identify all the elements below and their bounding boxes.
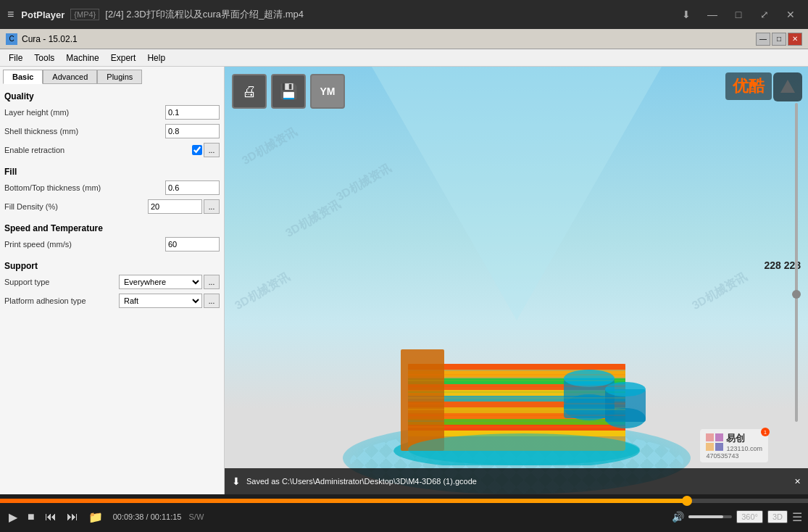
print-button[interactable]: 🖨 — [232, 74, 267, 109]
mode-3d-btn[interactable]: 3D — [767, 510, 788, 523]
fill-density-dots-btn[interactable]: ... — [204, 199, 220, 214]
restore-button[interactable]: ⤢ — [754, 6, 775, 23]
minimize-button[interactable]: — — [702, 6, 722, 23]
cura-titlebar: C Cura - 15.02.1 — □ ✕ — [0, 29, 808, 49]
logo-sq4 — [715, 443, 723, 451]
right-controls: 🔊 360° 3D ☰ — [672, 510, 802, 524]
open-button[interactable]: 📁 — [86, 509, 106, 525]
easy-create-logo: 易创 123110.com — [706, 432, 762, 452]
menu-expert[interactable]: Expert — [105, 51, 142, 65]
volume-bar[interactable] — [688, 515, 732, 518]
window-controls: ⬇ — □ ⤢ ✕ — [676, 6, 801, 23]
cura-close-btn[interactable]: ✕ — [788, 33, 802, 46]
menu-icon[interactable]: ≡ — [7, 8, 14, 21]
youku-icon — [773, 72, 802, 101]
save-button[interactable]: 💾 — [271, 74, 306, 109]
fill-header: Fill — [3, 162, 221, 178]
bottom-top-input[interactable] — [165, 180, 220, 195]
print-speed-input[interactable] — [165, 237, 220, 252]
cura-window-controls: — □ ✕ — [756, 33, 802, 46]
download-button[interactable]: ⬇ — [676, 6, 696, 23]
vertical-slider[interactable] — [791, 103, 802, 422]
menu-machine[interactable]: Machine — [60, 51, 104, 65]
3d-viewport[interactable]: 3D机械资讯 3D机械资讯 3D机械资讯 3D机械资讯 3D机械资讯 — [225, 67, 808, 494]
logo-number: 470535743 — [706, 452, 762, 460]
status-close-btn[interactable]: ✕ — [794, 477, 801, 486]
bottom-top-label: Bottom/Top thickness (mm) — [4, 183, 165, 192]
bottom-top-row: Bottom/Top thickness (mm) — [3, 178, 221, 197]
player-bar: ▶ ■ ⏮ ⏭ 📁 00:09:38 / 00:11:15 S/W 🔊 360°… — [0, 494, 808, 532]
ym-button[interactable]: YM — [310, 74, 345, 109]
logo-sq2 — [715, 433, 723, 441]
support-header: Support — [3, 257, 221, 273]
progress-fill — [0, 499, 687, 503]
shell-thickness-input[interactable] — [165, 124, 220, 138]
viewport-status-bar: ⬇ Saved as C:\Users\Administrator\Deskto… — [225, 468, 808, 494]
enable-retraction-checkbox[interactable] — [192, 145, 202, 155]
layer-height-input[interactable] — [165, 105, 220, 120]
layer-height-label: Layer height (mm) — [4, 108, 165, 117]
play-button[interactable]: ▶ — [6, 509, 20, 525]
cura-window: C Cura - 15.02.1 — □ ✕ File Tools Machin… — [0, 29, 808, 494]
status-text: Saved as C:\Users\Administrator\Desktop\… — [246, 477, 788, 486]
left-panel: Basic Advanced Plugins Quality Layer hei… — [0, 67, 225, 494]
support-type-dots-btn[interactable]: ... — [204, 275, 220, 289]
printed-object — [379, 306, 654, 465]
close-button[interactable]: ✕ — [780, 6, 801, 23]
print-speed-row: Print speed (mm/s) — [3, 235, 221, 254]
svg-marker-32 — [780, 80, 795, 93]
support-type-label: Support type — [4, 278, 119, 286]
app-name: PotPlayer — [21, 9, 64, 20]
support-type-select[interactable]: Everywhere Touching buildplate None — [119, 275, 202, 289]
logo-sq3 — [706, 443, 714, 451]
object-svg — [379, 306, 654, 465]
viewport-toolbar: 🖨 💾 YM — [232, 74, 345, 109]
mode-360-btn[interactable]: 360° — [736, 510, 763, 523]
status-icon: ⬇ — [232, 475, 241, 487]
watermark-5: 3D机械资讯 — [689, 270, 750, 313]
retraction-dots-btn[interactable]: ... — [204, 143, 220, 157]
platform-adhesion-select[interactable]: Raft Brim None — [119, 294, 202, 308]
logo-url: 123110.com — [726, 445, 762, 452]
format-tag: {MP4} — [70, 9, 99, 20]
maximize-button[interactable]: □ — [728, 6, 749, 23]
slider-thumb[interactable] — [792, 290, 801, 299]
tab-plugins[interactable]: Plugins — [97, 70, 142, 84]
menu-help[interactable]: Help — [141, 51, 171, 65]
tab-basic[interactable]: Basic — [3, 70, 43, 84]
platform-adhesion-row: Platform adhesion type Raft Brim None ..… — [3, 291, 221, 310]
platform-adhesion-dots-btn[interactable]: ... — [204, 294, 220, 308]
enable-retraction-row: Enable retraction ... — [3, 141, 221, 159]
total-time: 00:11:15 — [151, 512, 182, 521]
svg-rect-14 — [401, 349, 444, 451]
youku-badge: 优酷 — [725, 72, 772, 100]
light-beam — [372, 67, 662, 320]
prev-button[interactable]: ⏮ — [42, 509, 59, 525]
logo-sq1 — [706, 433, 714, 441]
title-text: [2/4] 2.3D打印流程以及cura界面介绍_超清.mp4 — [105, 8, 676, 21]
progress-bar[interactable] — [0, 499, 808, 503]
tab-bar: Basic Advanced Plugins — [3, 70, 221, 84]
svg-point-31 — [408, 433, 640, 465]
menu-button[interactable]: ☰ — [792, 510, 802, 524]
cura-maximize-btn[interactable]: □ — [772, 33, 786, 46]
logo-overlay: 易创 123110.com 470535743 1 — [700, 429, 768, 462]
fill-density-label: Fill Density (%) — [4, 202, 148, 211]
menu-tools[interactable]: Tools — [28, 51, 60, 65]
watermark-1: 3D机械资讯 — [239, 125, 300, 168]
platform-adhesion-label: Platform adhesion type — [4, 296, 119, 305]
sw-label: S/W — [189, 512, 204, 521]
next-button[interactable]: ⏭ — [64, 509, 81, 525]
main-content: C Cura - 15.02.1 — □ ✕ File Tools Machin… — [0, 29, 808, 532]
cura-minimize-btn[interactable]: — — [756, 33, 770, 46]
progress-thumb[interactable] — [682, 496, 692, 506]
menu-file[interactable]: File — [3, 51, 28, 65]
cura-title: Cura - 15.02.1 — [22, 34, 756, 44]
shell-thickness-label: Shell thickness (mm) — [4, 127, 165, 136]
print-speed-label: Print speed (mm/s) — [4, 240, 165, 249]
watermark-2: 3D机械资讯 — [283, 197, 343, 241]
stop-button[interactable]: ■ — [25, 509, 38, 525]
tab-advanced[interactable]: Advanced — [43, 70, 97, 84]
fill-density-input[interactable] — [148, 199, 202, 214]
watermark-3: 3D机械资讯 — [232, 270, 293, 313]
